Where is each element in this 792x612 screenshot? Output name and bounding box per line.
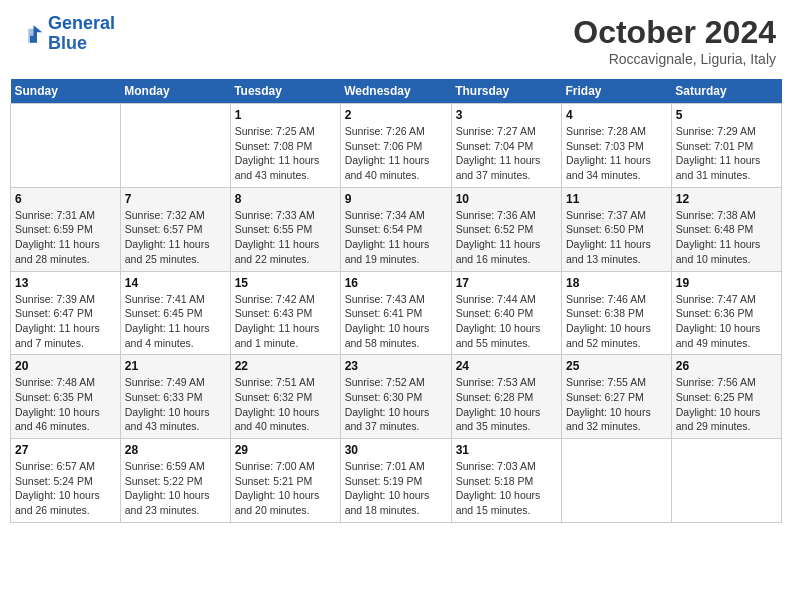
month-title: October 2024 [573,14,776,51]
calendar-header: SundayMondayTuesdayWednesdayThursdayFrid… [11,79,782,104]
day-cell: 25Sunrise: 7:55 AMSunset: 6:27 PMDayligh… [562,355,672,439]
day-cell: 12Sunrise: 7:38 AMSunset: 6:48 PMDayligh… [671,187,781,271]
day-cell: 16Sunrise: 7:43 AMSunset: 6:41 PMDayligh… [340,271,451,355]
day-info: Sunrise: 7:03 AMSunset: 5:18 PMDaylight:… [456,459,557,518]
day-cell: 22Sunrise: 7:51 AMSunset: 6:32 PMDayligh… [230,355,340,439]
day-info: Sunrise: 6:57 AMSunset: 5:24 PMDaylight:… [15,459,116,518]
day-info: Sunrise: 7:00 AMSunset: 5:21 PMDaylight:… [235,459,336,518]
day-info: Sunrise: 7:52 AMSunset: 6:30 PMDaylight:… [345,375,447,434]
day-number: 9 [345,192,447,206]
day-cell: 24Sunrise: 7:53 AMSunset: 6:28 PMDayligh… [451,355,561,439]
calendar-body: 1Sunrise: 7:25 AMSunset: 7:08 PMDaylight… [11,104,782,523]
day-number: 24 [456,359,557,373]
day-cell: 13Sunrise: 7:39 AMSunset: 6:47 PMDayligh… [11,271,121,355]
day-cell [120,104,230,188]
header-cell-sunday: Sunday [11,79,121,104]
day-number: 18 [566,276,667,290]
logo-icon [16,20,44,48]
day-cell [11,104,121,188]
day-number: 31 [456,443,557,457]
day-info: Sunrise: 7:46 AMSunset: 6:38 PMDaylight:… [566,292,667,351]
day-number: 6 [15,192,116,206]
day-info: Sunrise: 7:28 AMSunset: 7:03 PMDaylight:… [566,124,667,183]
day-info: Sunrise: 6:59 AMSunset: 5:22 PMDaylight:… [125,459,226,518]
day-info: Sunrise: 7:42 AMSunset: 6:43 PMDaylight:… [235,292,336,351]
day-info: Sunrise: 7:47 AMSunset: 6:36 PMDaylight:… [676,292,777,351]
day-info: Sunrise: 7:41 AMSunset: 6:45 PMDaylight:… [125,292,226,351]
header-cell-thursday: Thursday [451,79,561,104]
day-cell: 29Sunrise: 7:00 AMSunset: 5:21 PMDayligh… [230,439,340,523]
header-row: SundayMondayTuesdayWednesdayThursdayFrid… [11,79,782,104]
day-cell: 28Sunrise: 6:59 AMSunset: 5:22 PMDayligh… [120,439,230,523]
calendar-table: SundayMondayTuesdayWednesdayThursdayFrid… [10,79,782,523]
day-number: 25 [566,359,667,373]
day-number: 21 [125,359,226,373]
header-cell-friday: Friday [562,79,672,104]
day-info: Sunrise: 7:51 AMSunset: 6:32 PMDaylight:… [235,375,336,434]
day-number: 3 [456,108,557,122]
logo: General Blue [16,14,115,54]
day-cell: 1Sunrise: 7:25 AMSunset: 7:08 PMDaylight… [230,104,340,188]
day-number: 15 [235,276,336,290]
svg-marker-1 [28,29,35,43]
day-number: 28 [125,443,226,457]
day-info: Sunrise: 7:31 AMSunset: 6:59 PMDaylight:… [15,208,116,267]
day-number: 22 [235,359,336,373]
day-number: 1 [235,108,336,122]
day-cell: 9Sunrise: 7:34 AMSunset: 6:54 PMDaylight… [340,187,451,271]
header-cell-tuesday: Tuesday [230,79,340,104]
day-cell: 20Sunrise: 7:48 AMSunset: 6:35 PMDayligh… [11,355,121,439]
day-number: 20 [15,359,116,373]
day-info: Sunrise: 7:34 AMSunset: 6:54 PMDaylight:… [345,208,447,267]
day-number: 2 [345,108,447,122]
day-number: 10 [456,192,557,206]
day-cell [671,439,781,523]
day-number: 29 [235,443,336,457]
day-cell: 21Sunrise: 7:49 AMSunset: 6:33 PMDayligh… [120,355,230,439]
day-info: Sunrise: 7:49 AMSunset: 6:33 PMDaylight:… [125,375,226,434]
day-number: 19 [676,276,777,290]
day-info: Sunrise: 7:48 AMSunset: 6:35 PMDaylight:… [15,375,116,434]
day-info: Sunrise: 7:44 AMSunset: 6:40 PMDaylight:… [456,292,557,351]
day-cell: 23Sunrise: 7:52 AMSunset: 6:30 PMDayligh… [340,355,451,439]
day-info: Sunrise: 7:55 AMSunset: 6:27 PMDaylight:… [566,375,667,434]
day-cell: 8Sunrise: 7:33 AMSunset: 6:55 PMDaylight… [230,187,340,271]
day-number: 27 [15,443,116,457]
day-info: Sunrise: 7:29 AMSunset: 7:01 PMDaylight:… [676,124,777,183]
day-info: Sunrise: 7:37 AMSunset: 6:50 PMDaylight:… [566,208,667,267]
day-info: Sunrise: 7:39 AMSunset: 6:47 PMDaylight:… [15,292,116,351]
day-cell: 15Sunrise: 7:42 AMSunset: 6:43 PMDayligh… [230,271,340,355]
day-number: 14 [125,276,226,290]
title-block: October 2024 Roccavignale, Liguria, Ital… [573,14,776,67]
day-cell: 3Sunrise: 7:27 AMSunset: 7:04 PMDaylight… [451,104,561,188]
week-row-2: 6Sunrise: 7:31 AMSunset: 6:59 PMDaylight… [11,187,782,271]
day-number: 17 [456,276,557,290]
day-cell: 30Sunrise: 7:01 AMSunset: 5:19 PMDayligh… [340,439,451,523]
day-cell: 31Sunrise: 7:03 AMSunset: 5:18 PMDayligh… [451,439,561,523]
week-row-1: 1Sunrise: 7:25 AMSunset: 7:08 PMDaylight… [11,104,782,188]
day-info: Sunrise: 7:27 AMSunset: 7:04 PMDaylight:… [456,124,557,183]
day-number: 4 [566,108,667,122]
day-number: 26 [676,359,777,373]
day-info: Sunrise: 7:56 AMSunset: 6:25 PMDaylight:… [676,375,777,434]
week-row-4: 20Sunrise: 7:48 AMSunset: 6:35 PMDayligh… [11,355,782,439]
day-cell: 17Sunrise: 7:44 AMSunset: 6:40 PMDayligh… [451,271,561,355]
day-number: 23 [345,359,447,373]
day-info: Sunrise: 7:36 AMSunset: 6:52 PMDaylight:… [456,208,557,267]
day-cell: 14Sunrise: 7:41 AMSunset: 6:45 PMDayligh… [120,271,230,355]
location-subtitle: Roccavignale, Liguria, Italy [573,51,776,67]
day-cell: 19Sunrise: 7:47 AMSunset: 6:36 PMDayligh… [671,271,781,355]
day-cell: 27Sunrise: 6:57 AMSunset: 5:24 PMDayligh… [11,439,121,523]
header-cell-wednesday: Wednesday [340,79,451,104]
day-number: 12 [676,192,777,206]
day-info: Sunrise: 7:33 AMSunset: 6:55 PMDaylight:… [235,208,336,267]
day-number: 13 [15,276,116,290]
logo-text: General Blue [48,14,115,54]
day-cell: 18Sunrise: 7:46 AMSunset: 6:38 PMDayligh… [562,271,672,355]
day-cell: 10Sunrise: 7:36 AMSunset: 6:52 PMDayligh… [451,187,561,271]
day-info: Sunrise: 7:38 AMSunset: 6:48 PMDaylight:… [676,208,777,267]
page-header: General Blue October 2024 Roccavignale, … [10,10,782,71]
day-number: 8 [235,192,336,206]
header-cell-monday: Monday [120,79,230,104]
day-info: Sunrise: 7:53 AMSunset: 6:28 PMDaylight:… [456,375,557,434]
